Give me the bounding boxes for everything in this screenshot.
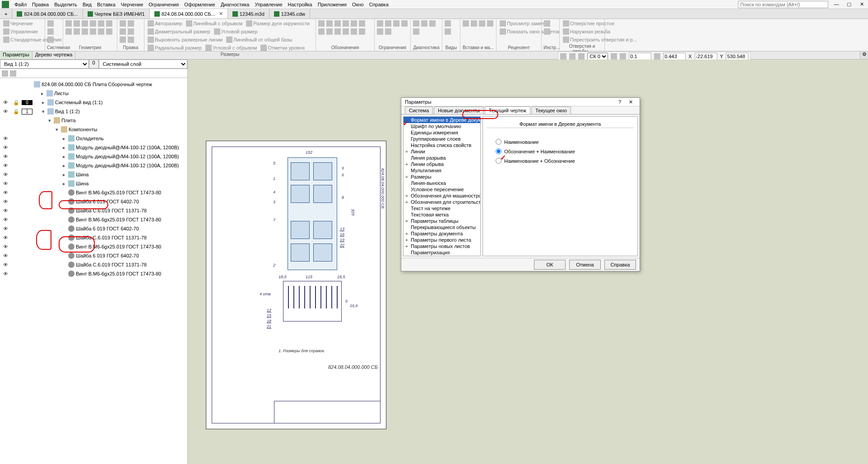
tree-item[interactable]: 👁🔒0▸Системный вид (1:1) xyxy=(0,98,187,107)
tree-item[interactable]: 👁Шайба 6 019 ГОСТ 6402-70 xyxy=(0,197,187,206)
tree-toggle-icon[interactable]: ▾ xyxy=(41,109,46,115)
ribbon-ext-thread[interactable]: Наружная резьба xyxy=(562,28,612,35)
radio-input[interactable] xyxy=(496,139,501,145)
ribbon-icon[interactable] xyxy=(429,20,436,27)
document-tab[interactable]: 12345.m3d xyxy=(228,9,269,18)
ribbon-arc-dim[interactable]: Размер дуги окружности xyxy=(245,20,311,27)
ribbon-icon[interactable] xyxy=(120,37,126,43)
expand-icon[interactable]: + xyxy=(404,161,409,167)
ribbon-hole-simple[interactable]: Отверстие простое xyxy=(562,20,616,27)
dialog-titlebar[interactable]: Параметры ? ✕ xyxy=(401,98,640,106)
tree-item[interactable]: 👁Шайба С.6.019 ГОСТ 11371-78 xyxy=(0,260,187,269)
tree-toggle-icon[interactable]: ▸ xyxy=(61,181,67,187)
expand-icon[interactable]: + xyxy=(404,193,409,198)
ribbon-radial-dim[interactable]: Радиальный размер xyxy=(146,44,203,51)
visibility-icon[interactable]: 👁 xyxy=(0,163,11,168)
settings-list-item[interactable]: +Параметры таблицы xyxy=(404,218,480,224)
tree-item[interactable]: 👁▸Шина xyxy=(0,179,187,188)
dialog-help-button[interactable]: ? xyxy=(614,99,625,105)
visibility-icon[interactable]: 👁 xyxy=(0,154,11,159)
ribbon-manage[interactable]: Управление xyxy=(2,28,39,35)
tree-toggle-icon[interactable]: ▸ xyxy=(61,145,67,151)
menu-select[interactable]: Выделить xyxy=(51,1,80,8)
new-doc-tab[interactable]: + xyxy=(0,9,12,18)
tree-item[interactable]: 👁Винт В.М6-6gx25.019 ГОСТ 17473-80 xyxy=(0,188,187,197)
settings-list[interactable]: Формат имени в Дереве документаШрифт по … xyxy=(403,116,481,256)
ribbon-icon[interactable] xyxy=(385,28,391,35)
layer-select[interactable]: Системный слой xyxy=(99,60,188,69)
ribbon-dia-dim[interactable]: Диаметральный размер xyxy=(146,28,212,35)
tree-item[interactable]: ▾Плита xyxy=(0,116,187,125)
tree-item[interactable]: 👁Шайба С.6.019 ГОСТ 11371-78 xyxy=(0,206,187,215)
ortho-icon[interactable] xyxy=(578,53,585,60)
filter-icon[interactable] xyxy=(2,70,8,77)
ribbon-autosize[interactable]: Авторазмер xyxy=(146,20,184,27)
settings-list-item[interactable]: Настройка списка свойств xyxy=(404,142,480,148)
visibility-icon[interactable]: 👁 xyxy=(0,181,11,186)
snap-icon[interactable] xyxy=(560,53,566,60)
ribbon-icon[interactable] xyxy=(544,28,550,35)
tree-item[interactable]: 👁▸Охладитель xyxy=(0,134,187,143)
menu-help[interactable]: Справка xyxy=(367,1,391,8)
visibility-icon[interactable]: 👁 xyxy=(0,244,11,249)
search-icon[interactable] xyxy=(10,70,16,77)
ribbon-icon[interactable] xyxy=(318,20,325,27)
expand-icon[interactable]: + xyxy=(404,149,409,154)
menu-manage[interactable]: Управление xyxy=(252,1,285,8)
expand-icon[interactable]: + xyxy=(404,199,409,205)
ribbon-icon[interactable] xyxy=(47,28,54,35)
ribbon-icon[interactable] xyxy=(334,28,341,35)
menu-settings[interactable]: Настройка xyxy=(285,1,315,8)
settings-list-item[interactable]: Перекрывающиеся объекты xyxy=(404,224,480,230)
visibility-icon[interactable]: 👁 xyxy=(0,235,11,240)
ribbon-icon[interactable] xyxy=(47,37,54,43)
tree-item[interactable]: 👁🔒1▾Вид 1 (1:2) xyxy=(0,107,187,116)
radio-input[interactable] xyxy=(496,148,501,154)
menu-insert[interactable]: Вставка xyxy=(94,1,118,8)
ribbon-icon[interactable] xyxy=(343,28,349,35)
radio-name-only[interactable]: Наименование xyxy=(487,137,634,147)
ribbon-icon[interactable] xyxy=(128,20,134,27)
visibility-icon[interactable]: 👁 xyxy=(0,208,11,213)
tree-item[interactable]: 👁▸Шина xyxy=(0,170,187,179)
ribbon-icon[interactable] xyxy=(106,28,112,35)
document-tab-active[interactable]: 824.08.04.000.000 СБ...✕ xyxy=(150,9,228,18)
ribbon-rebuild-holes[interactable]: Перестроить отверстия и р... xyxy=(562,36,638,43)
tree-toggle-icon[interactable]: ▸ xyxy=(61,163,67,169)
settings-list-item[interactable]: Текст на чертеже xyxy=(404,205,480,211)
tree-item[interactable]: ▾Компоненты xyxy=(0,125,187,134)
visibility-icon[interactable]: 👁 xyxy=(0,199,11,204)
ribbon-icon[interactable] xyxy=(479,20,485,27)
settings-list-item[interactable]: +Обозначения для машиностроения xyxy=(404,193,480,199)
visibility-icon[interactable]: 👁 xyxy=(0,190,11,195)
settings-list-item[interactable]: +Параметры первого листа xyxy=(404,237,480,243)
tree-item[interactable]: ▸Листы xyxy=(0,89,187,98)
ribbon-angle-dim[interactable]: Угловой размер xyxy=(213,28,259,35)
tree-item[interactable]: 👁Винт В.М6-6gx25.019 ГОСТ 17473-80 xyxy=(0,242,187,251)
ribbon-icon[interactable] xyxy=(120,28,126,35)
menu-view[interactable]: Вид xyxy=(80,1,94,8)
ribbon-linear-base[interactable]: Линейный от общей базы xyxy=(225,36,294,43)
settings-list-item[interactable]: Линия разрыва xyxy=(404,155,480,161)
radio-name-designation[interactable]: Наименование + Обозначение xyxy=(487,156,634,165)
ribbon-level-marks[interactable]: Отметки уровня xyxy=(259,44,306,51)
ribbon-icon[interactable] xyxy=(445,28,451,35)
ribbon-icon[interactable] xyxy=(74,20,80,27)
tree-item[interactable]: 👁Винт В.М6-6gx25.019 ГОСТ 17473-80 xyxy=(0,269,187,278)
tree-panel-tab[interactable]: Дерево чертежа xyxy=(32,51,76,59)
tree-toggle-icon[interactable]: ▸ xyxy=(61,154,67,160)
settings-list-item[interactable]: +Линии обрыва xyxy=(404,161,480,167)
settings-list-item[interactable]: Единицы измерения xyxy=(404,129,480,136)
ribbon-icon[interactable] xyxy=(65,20,72,27)
tree-toggle-icon[interactable]: ▾ xyxy=(54,127,60,133)
tree-item[interactable]: 👁▸Модуль диодный@/М4-100-12 (100А, 1200В… xyxy=(0,143,187,152)
dialog-tab-current-drawing[interactable]: Текущий чертеж xyxy=(485,106,530,114)
lock-icon[interactable]: 🔒 xyxy=(11,100,22,106)
settings-list-item[interactable]: Формат имени в Дереве документа xyxy=(404,117,480,123)
settings-list-item[interactable]: Параметризация xyxy=(404,249,480,256)
settings-list-item[interactable]: Группирование слоев xyxy=(404,136,480,142)
cs-select[interactable]: СК 0 xyxy=(587,53,608,60)
menu-apps[interactable]: Приложения xyxy=(315,1,349,8)
ribbon-icon[interactable] xyxy=(74,28,80,35)
settings-list-item[interactable]: Линия-выноска xyxy=(404,180,480,186)
